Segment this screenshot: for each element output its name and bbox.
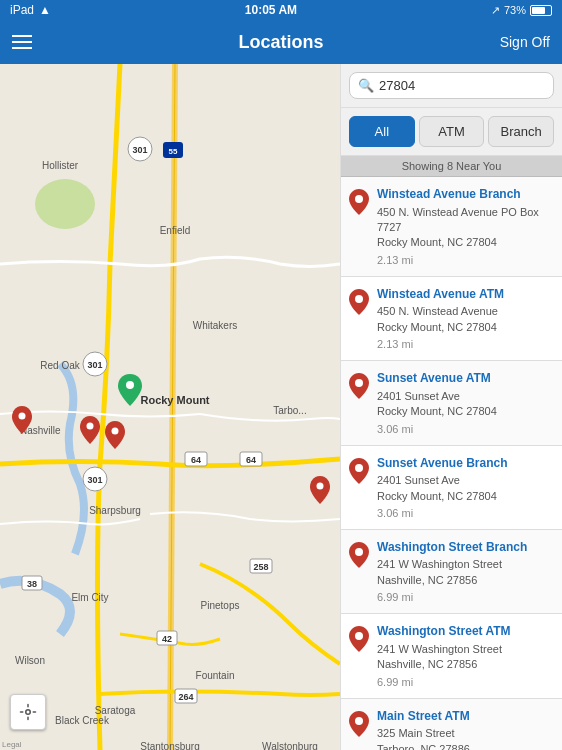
pin-icon-4 (349, 542, 369, 572)
location-address-4: 241 W Washington StreetNashville, NC 278… (377, 557, 554, 588)
results-status: Showing 8 Near You (341, 156, 562, 177)
location-name-1: Winstead Avenue ATM (377, 287, 554, 303)
location-name-0: Winstead Avenue Branch (377, 187, 554, 203)
svg-point-56 (355, 717, 363, 725)
location-distance-2: 3.06 mi (377, 423, 554, 435)
location-name-4: Washington Street Branch (377, 540, 554, 556)
location-info-1: Winstead Avenue ATM 450 N. Winstead Aven… (377, 287, 554, 350)
right-panel: 🔍 All ATM Branch Showing 8 Near You Wins… (340, 64, 562, 750)
svg-text:38: 38 (27, 579, 37, 589)
svg-text:Tarbo...: Tarbo... (273, 405, 306, 416)
location-name-6: Main Street ATM (377, 709, 554, 725)
svg-text:64: 64 (191, 455, 201, 465)
svg-text:Elm City: Elm City (71, 592, 108, 603)
hamburger-icon[interactable] (12, 35, 32, 49)
location-distance-5: 6.99 mi (377, 676, 554, 688)
location-name-2: Sunset Avenue ATM (377, 371, 554, 387)
svg-point-45 (112, 428, 119, 435)
svg-text:Fountain: Fountain (196, 670, 235, 681)
svg-text:Legal: Legal (2, 740, 22, 749)
search-input-wrap: 🔍 (349, 72, 554, 99)
svg-text:301: 301 (87, 360, 102, 370)
svg-text:Hollister: Hollister (42, 160, 79, 171)
wifi-icon: ▲ (39, 3, 51, 17)
location-address-3: 2401 Sunset AveRocky Mount, NC 27804 (377, 473, 554, 504)
svg-point-39 (126, 381, 134, 389)
svg-point-52 (355, 379, 363, 387)
location-button[interactable] (10, 694, 46, 730)
location-address-0: 450 N. Winstead Avenue PO Box 7727Rocky … (377, 205, 554, 251)
battery-label: 73% (504, 4, 526, 16)
list-item[interactable]: Winstead Avenue ATM 450 N. Winstead Aven… (341, 277, 562, 361)
svg-point-43 (87, 423, 94, 430)
location-address-2: 2401 Sunset AveRocky Mount, NC 27804 (377, 389, 554, 420)
pin-icon-3 (349, 458, 369, 488)
svg-text:Stantonsburg: Stantonsburg (140, 741, 200, 750)
map-area[interactable]: 301 301 301 55 64 64 258 264 42 (0, 64, 340, 750)
filter-buttons: All ATM Branch (341, 108, 562, 156)
location-address-6: 325 Main StreetTarboro, NC 27886 (377, 726, 554, 750)
filter-all-button[interactable]: All (349, 116, 415, 147)
list-item[interactable]: Main Street ATM 325 Main StreetTarboro, … (341, 699, 562, 750)
svg-text:264: 264 (178, 692, 193, 702)
filter-atm-button[interactable]: ATM (419, 116, 485, 147)
list-item[interactable]: Winstead Avenue Branch 450 N. Winstead A… (341, 177, 562, 277)
menu-button[interactable] (12, 35, 32, 49)
svg-point-41 (19, 413, 26, 420)
location-info-2: Sunset Avenue ATM 2401 Sunset AveRocky M… (377, 371, 554, 434)
device-label: iPad (10, 3, 34, 17)
svg-point-53 (355, 464, 363, 472)
pin-icon-0 (349, 189, 369, 219)
location-address-1: 450 N. Winstead AvenueRocky Mount, NC 27… (377, 304, 554, 335)
svg-text:64: 64 (246, 455, 256, 465)
locations-list[interactable]: Winstead Avenue Branch 450 N. Winstead A… (341, 177, 562, 750)
gps-icon: ↗ (491, 4, 500, 17)
svg-text:Red Oak: Red Oak (40, 360, 80, 371)
location-name-5: Washington Street ATM (377, 624, 554, 640)
main-content: 301 301 301 55 64 64 258 264 42 (0, 64, 562, 750)
location-info-6: Main Street ATM 325 Main StreetTarboro, … (377, 709, 554, 750)
list-item[interactable]: Sunset Avenue Branch 2401 Sunset AveRock… (341, 446, 562, 530)
svg-text:Wilson: Wilson (15, 655, 45, 666)
pin-icon-5 (349, 626, 369, 656)
search-icon: 🔍 (358, 78, 374, 93)
svg-point-51 (355, 295, 363, 303)
list-item[interactable]: Washington Street Branch 241 W Washingto… (341, 530, 562, 614)
svg-text:Pinetops: Pinetops (201, 600, 240, 611)
svg-point-1 (35, 179, 95, 229)
svg-text:301: 301 (87, 475, 102, 485)
svg-text:Black Creek: Black Creek (55, 715, 110, 726)
pin-icon-2 (349, 373, 369, 403)
svg-point-50 (355, 195, 363, 203)
location-address-5: 241 W Washington StreetNashville, NC 278… (377, 642, 554, 673)
status-bar: iPad ▲ 10:05 AM ↗ 73% (0, 0, 562, 20)
svg-text:Walstonburg: Walstonburg (262, 741, 318, 750)
location-distance-3: 3.06 mi (377, 507, 554, 519)
location-info-4: Washington Street Branch 241 W Washingto… (377, 540, 554, 603)
location-info-3: Sunset Avenue Branch 2401 Sunset AveRock… (377, 456, 554, 519)
search-box: 🔍 (341, 64, 562, 108)
svg-text:Enfield: Enfield (160, 225, 191, 236)
svg-text:42: 42 (162, 634, 172, 644)
search-input[interactable] (379, 78, 545, 93)
list-item[interactable]: Washington Street ATM 241 W Washington S… (341, 614, 562, 698)
app-header: Locations Sign Off (0, 20, 562, 64)
pin-icon-1 (349, 289, 369, 319)
svg-point-49 (26, 710, 31, 715)
location-distance-0: 2.13 mi (377, 254, 554, 266)
status-left: iPad ▲ (10, 3, 51, 17)
list-item[interactable]: Sunset Avenue ATM 2401 Sunset AveRocky M… (341, 361, 562, 445)
location-distance-1: 2.13 mi (377, 338, 554, 350)
status-right: ↗ 73% (491, 4, 552, 17)
svg-text:Rocky Mount: Rocky Mount (140, 394, 209, 406)
svg-text:Sharpsburg: Sharpsburg (89, 505, 141, 516)
location-info-0: Winstead Avenue Branch 450 N. Winstead A… (377, 187, 554, 266)
pin-icon-6 (349, 711, 369, 741)
svg-text:258: 258 (253, 562, 268, 572)
battery-icon (530, 5, 552, 16)
sign-off-button[interactable]: Sign Off (500, 34, 550, 50)
filter-branch-button[interactable]: Branch (488, 116, 554, 147)
svg-text:Whitakers: Whitakers (193, 320, 237, 331)
svg-point-54 (355, 548, 363, 556)
svg-text:301: 301 (132, 145, 147, 155)
